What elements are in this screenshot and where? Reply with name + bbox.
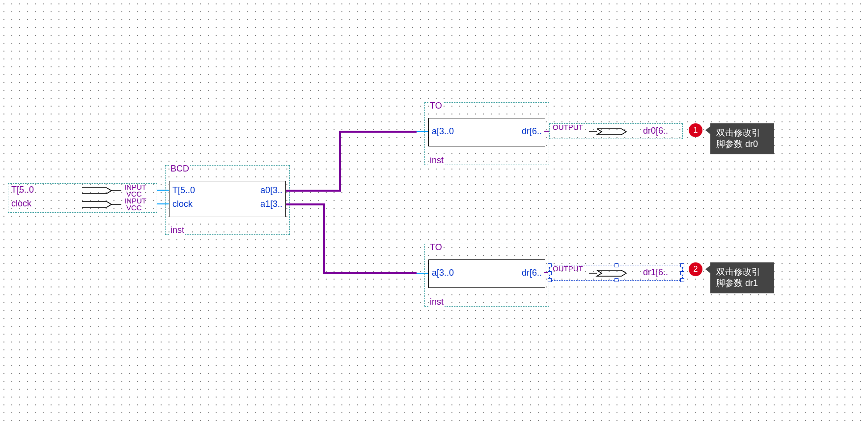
bus-a1-h1 [286,203,325,205]
input-pin-1-shape [82,186,121,196]
annotation-1: 1 双击修改引脚参数 dr0 [689,123,774,154]
to-bottom-port-a: a[3..0 [432,268,454,278]
input-pin-2-sub: VCC [126,203,142,212]
bcd-port-T: T[5..0 [172,185,195,196]
bus-a0-h1 [286,190,341,192]
annotation-2-badge: 2 [689,262,702,276]
input-pin-1-label: T[5..0 [11,185,34,195]
bus-a0-h2 [339,131,417,133]
input-pin-2-shape [82,200,121,209]
input-pin-2-label: clock [11,199,31,209]
block-bcd-title: BCD [169,164,190,174]
block-to-top-instance: inst [429,155,445,166]
selection-handle[interactable] [680,278,684,282]
selection-handle[interactable] [548,271,552,275]
bus-a0-v [339,131,341,192]
output-pin-dr1-label: dr1[6.. [643,267,668,278]
output-pin-dr0-shape [589,127,633,137]
annotation-2-text: 双击修改引脚参数 dr1 [710,262,774,293]
block-to-top-title: TO [429,101,443,111]
output-pin-dr0-label: dr0[6.. [643,126,668,136]
output-pin-dr1-type: OUTPUT [553,264,583,273]
selection-handle[interactable] [548,263,552,267]
bus-a1-v [323,203,325,274]
annotation-1-text: 双击修改引脚参数 dr0 [710,123,774,154]
bus-a1-h2 [323,272,417,274]
block-bcd-instance: inst [169,225,185,235]
output-pin-dr1[interactable]: OUTPUT dr1[6.. [549,265,683,281]
bcd-port-a1: a1[3.. [260,199,282,209]
annotation-1-badge: 1 [689,123,702,137]
selection-handle[interactable] [680,263,684,267]
selection-handle[interactable] [615,263,618,267]
selection-handle[interactable] [548,278,552,282]
schematic-canvas[interactable]: T[5..0 INPUT VCC clock INPUT VCC BCD ins… [0,0,868,428]
annotation-arrow-icon [705,126,710,134]
block-to-top-inner[interactable]: a[3..0 dr[6.. [428,118,545,146]
block-to-bottom-inner[interactable]: a[3..0 dr[6.. [428,259,545,288]
annotation-2: 2 双击修改引脚参数 dr1 [689,262,774,293]
to-bottom-port-dr: dr[6.. [522,268,542,278]
output-pin-dr0-type: OUTPUT [553,123,583,131]
bcd-port-a0: a0[3.. [260,185,282,196]
selection-handle[interactable] [680,271,684,275]
selection-handle[interactable] [615,278,618,282]
block-to-bottom-title: TO [429,242,443,253]
to-top-port-a: a[3..0 [432,126,454,137]
input-pin-group[interactable]: T[5..0 INPUT VCC clock INPUT VCC [8,183,157,213]
block-to-bottom-instance: inst [429,297,445,307]
wire-to1-out [544,131,549,132]
to-top-port-dr: dr[6.. [522,126,542,137]
annotation-arrow-icon [705,265,710,273]
block-bcd-inner[interactable]: T[5..0 clock a0[3.. a1[3.. [169,181,286,217]
output-pin-dr1-shape [589,268,633,278]
bcd-port-clock: clock [172,199,193,209]
output-pin-dr0[interactable]: OUTPUT dr0[6.. [549,123,683,139]
